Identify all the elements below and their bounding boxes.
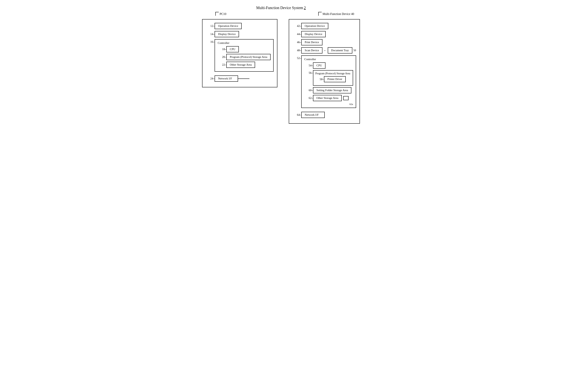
pc-network-box: Network I/F [215,76,238,82]
document-tray-box: Document Tray [328,47,352,54]
mfd-program-storage-outer: Program (Protocol) Storage Area 58 Print… [313,70,353,86]
mfd-print-device-box: Print Device [301,39,322,45]
mfd-print-device-row: 46 Print Device [293,39,356,45]
pc-controller-section: 16 Controller 18 CPU 20 Program (Pr [206,39,274,74]
mfd-printer-driver-row: 58 Printer Driver [315,76,351,82]
pc-section: PC10 12 Operation Device 14 Display Devi… [202,12,277,87]
mfd-cpu-row: 54 CPU [304,62,353,69]
pc-operation-device-box: Operation Device [215,23,241,29]
mfd-label: Multi-Function Device 40 [318,12,354,16]
pc-program-storage-row: 20 Program (Protocol) Storage Area [218,54,270,60]
pc-other-storage-box: Other Storage Area [226,62,255,68]
pc-cpu-box: CPU [226,46,239,52]
mfd-controller-section: 52 Controller 54 CPU 56 Program (Pr [293,56,356,110]
scan-arrow-icon: ← [324,49,327,52]
mfd-cpu-box: CPU [313,62,325,69]
pc-panel: 12 Operation Device 14 Display Device 16… [202,19,277,87]
diagram-container: PC10 12 Operation Device 14 Display Devi… [202,12,360,124]
mfd-other-storage-row: 62 Other Storage Area [304,95,353,101]
pc-display-device-box: Display Device [215,31,239,37]
mfd-operation-device-row: 42 Operation Device [293,23,356,29]
pc-cpu-row: 18 CPU [218,46,270,52]
pc-operation-device-row: 12 Operation Device [206,23,274,29]
mfd-controller-group: Controller 54 CPU 56 Program (Protocol) … [301,56,356,108]
mfd-scan-device-box: Scan Device [301,47,322,54]
pc-program-storage-box: Program (Protocol) Storage Area [226,54,270,60]
mfd-printer-driver-box: Printer Driver [324,76,346,82]
page-title: Multi-Function Device System 2 [256,6,306,10]
pc-label: PC10 [215,12,226,16]
mfd-scan-device-row: 48 Scan Device ← Document Tray 50 [293,47,356,54]
mfd-setting-folder-row: 60 Setting Folder Storage Area [304,87,353,93]
mfd-panel: 42 Operation Device 44 Display Device 46… [289,19,360,124]
mfd-display-device-box: Display Device [301,31,326,37]
mfd-small-nested-box [343,96,349,100]
mfd-operation-device-box: Operation Device [301,23,328,29]
pc-network-row: 24 Network I/F [206,76,274,82]
document-tray-ref: 50 [353,49,356,52]
mfd-other-storage-box: Other Storage Area [313,95,342,101]
mfd-display-device-row: 44 Display Device [293,31,356,37]
mfd-setting-folder-box: Setting Folder Storage Area [313,87,351,93]
pc-network-connector-line [238,78,249,79]
pc-display-device-row: 14 Display Device [206,31,274,37]
pc-other-storage-row: 22 Other Storage Area [218,62,270,68]
pc-controller-group: Controller 18 CPU 20 Program (Protocol) … [215,39,274,72]
mfd-program-storage-section: 56 Program (Protocol) Storage Area 58 Pr… [304,70,353,86]
mfd-network-row: 64 Network I/F [293,112,356,118]
ref-62a: 62a [304,103,353,106]
mfd-section: Multi-Function Device 40 42 Operation De… [289,12,360,124]
mfd-network-box: Network I/F [301,112,325,118]
